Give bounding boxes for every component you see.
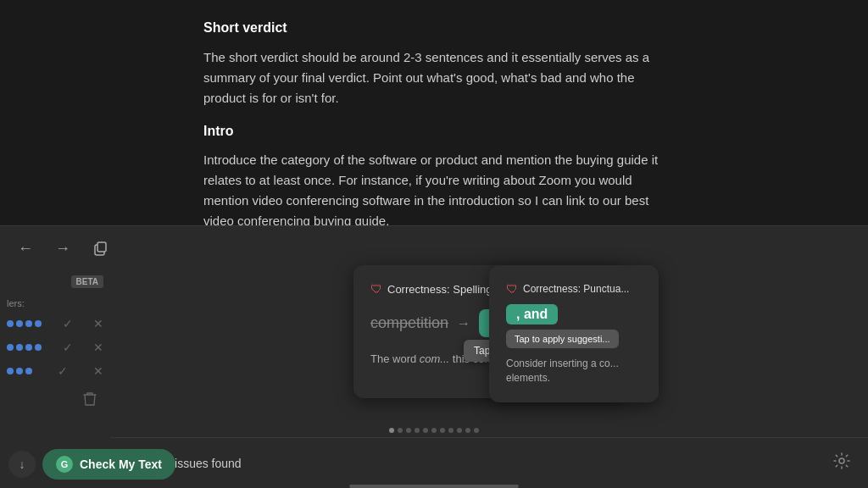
intro-heading: Intro — [203, 120, 665, 142]
word-original: competition — [370, 314, 448, 332]
copy-icon[interactable] — [88, 236, 112, 260]
short-verdict-heading: Short verdict — [203, 17, 665, 39]
g-icon: G — [56, 456, 73, 473]
dot — [16, 320, 23, 327]
short-verdict-text: The short verdict should be around 2-3 s… — [203, 47, 665, 108]
dot — [16, 344, 23, 351]
carousel-dot[interactable] — [457, 428, 462, 433]
carousel-dot[interactable] — [440, 428, 445, 433]
carousel-area: 🛡 Correctness: Spelling competition → co… — [110, 226, 868, 437]
dot — [25, 320, 32, 327]
beta-badge: BETA — [71, 275, 103, 288]
dots-row-2 — [7, 344, 42, 351]
dot — [25, 368, 32, 374]
right-partial-card: 🛡 Correctness: Punctua... , and Tap to a… — [489, 265, 659, 402]
scroll-indicator — [349, 485, 519, 488]
right-correctness-icon: 🛡 — [506, 282, 518, 296]
x-icon[interactable]: ✕ — [93, 317, 103, 330]
svg-point-2 — [839, 458, 844, 463]
svg-rect-1 — [97, 242, 106, 252]
panel-row-2: ✓ ✕ — [0, 336, 110, 359]
settings-icon[interactable] — [832, 452, 851, 474]
carousel-dot[interactable] — [423, 428, 428, 433]
nav-icons: ← → — [0, 226, 125, 270]
trash-icon[interactable] — [76, 388, 103, 413]
dots-row-3 — [7, 368, 32, 374]
carousel-dot[interactable] — [389, 428, 394, 433]
status-bar: 9 writing issues found — [110, 437, 868, 488]
dot — [25, 344, 32, 351]
carousel-dot[interactable] — [398, 428, 403, 433]
carousel-dot[interactable] — [465, 428, 470, 433]
carousel-dot[interactable] — [431, 428, 437, 433]
right-word-suggestion[interactable]: , and — [506, 304, 558, 324]
carousel-dot[interactable] — [474, 428, 479, 433]
correctness-icon: 🛡 — [370, 282, 382, 296]
check-icon[interactable]: ✓ — [58, 364, 68, 378]
carousel-dot[interactable] — [406, 428, 411, 433]
right-correctness-label: Correctness: Punctua... — [523, 283, 629, 295]
correctness-label: Correctness: Spelling — [387, 283, 492, 296]
dot — [35, 320, 42, 327]
dot — [16, 368, 23, 374]
carousel-dot[interactable] — [448, 428, 453, 433]
check-my-text-button[interactable]: G Check My Text — [42, 449, 175, 480]
dot — [7, 368, 14, 374]
arrow-icon: → — [457, 316, 470, 331]
check-icon[interactable]: ✓ — [63, 341, 73, 354]
right-card-header: 🛡 Correctness: Punctua... — [506, 282, 642, 296]
check-button-area: ↓ G Check My Text — [8, 449, 175, 480]
check-button-label: Check My Text — [80, 458, 162, 471]
right-description: Consider inserting a co... elements. — [506, 357, 642, 385]
dot — [35, 344, 42, 351]
right-apply-tooltip[interactable]: Tap to apply suggesti... — [506, 330, 619, 348]
dot — [7, 344, 14, 351]
dots-row-1 — [7, 320, 42, 327]
forward-icon[interactable]: → — [51, 236, 75, 260]
dot — [7, 320, 14, 327]
left-panel: BETA lers: ✓ ✕ ✓ ✕ — [0, 269, 110, 418]
check-icon[interactable]: ✓ — [63, 317, 73, 330]
x-icon[interactable]: ✕ — [93, 341, 103, 354]
back-icon[interactable]: ← — [14, 236, 37, 260]
intro-text-1: Introduce the category of the software o… — [203, 150, 665, 231]
bottom-toolbar: ← → BETA lers: ✓ ✕ — [0, 225, 868, 488]
x-icon[interactable]: ✕ — [93, 364, 103, 378]
panel-row-1: ✓ ✕ — [0, 312, 110, 336]
panel-row-3: ✓ ✕ — [0, 359, 110, 383]
carousel-dots — [389, 428, 479, 433]
chevron-down-button[interactable]: ↓ — [8, 451, 36, 478]
carousel-dot[interactable] — [415, 428, 420, 433]
panel-label: lers: — [0, 295, 110, 312]
trash-row — [0, 383, 110, 418]
